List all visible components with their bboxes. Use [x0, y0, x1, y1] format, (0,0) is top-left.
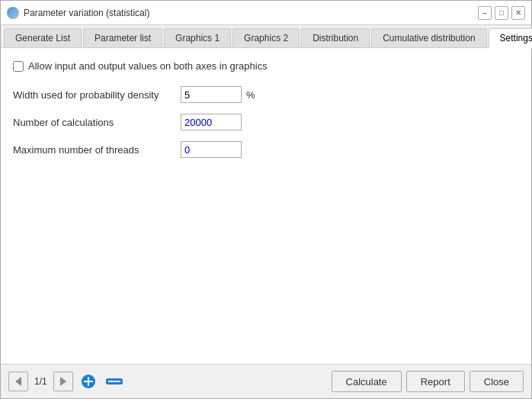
probability-density-row: Width used for probability density %	[13, 84, 519, 105]
arrow-right-icon	[60, 377, 66, 386]
main-window: Parameter variation (statistical) – □ ✕ …	[0, 0, 532, 399]
probability-density-label: Width used for probability density	[13, 89, 181, 101]
page-label: 1/1	[34, 376, 47, 387]
calculations-input[interactable]	[181, 114, 242, 130]
svg-rect-2	[84, 381, 93, 382]
probability-density-unit: %	[246, 89, 255, 101]
nav-forward-button[interactable]	[53, 372, 73, 391]
calculations-label: Number of calculations	[13, 117, 181, 128]
tab-distribution[interactable]: Distribution	[301, 28, 370, 47]
window-title: Parameter variation (statistical)	[24, 8, 478, 18]
app-icon	[7, 7, 19, 19]
calculations-row: Number of calculations	[13, 111, 519, 133]
tab-generate-list[interactable]: Generate List	[4, 28, 82, 47]
svg-rect-4	[108, 381, 120, 382]
add-button[interactable]	[78, 372, 99, 391]
threads-row: Maximum number of threads	[13, 139, 519, 160]
settings-panel: Allow input and output values on both ax…	[1, 48, 531, 364]
window-controls: – □ ✕	[478, 6, 525, 20]
probability-density-input[interactable]	[181, 86, 242, 103]
plus-icon	[81, 374, 96, 389]
tab-bar: Generate List Parameter list Graphics 1 …	[1, 25, 531, 48]
minimize-button[interactable]: –	[478, 6, 492, 20]
threads-label: Maximum number of threads	[13, 144, 181, 156]
tab-settings[interactable]: Settings	[489, 28, 532, 48]
tab-graphics-1[interactable]: Graphics 1	[164, 28, 231, 47]
title-bar: Parameter variation (statistical) – □ ✕	[1, 1, 531, 25]
close-window-button[interactable]: ✕	[511, 6, 525, 20]
maximize-button[interactable]: □	[495, 6, 508, 20]
axes-checkbox-label: Allow input and output values on both ax…	[28, 60, 268, 72]
minus-icon	[105, 376, 123, 387]
bottom-bar: 1/1 Calculate Report Close	[1, 364, 531, 398]
report-button[interactable]: Report	[406, 371, 465, 392]
tab-parameter-list[interactable]: Parameter list	[83, 28, 162, 47]
remove-button[interactable]	[104, 372, 125, 391]
calculate-button[interactable]: Calculate	[332, 371, 402, 392]
tab-graphics-2[interactable]: Graphics 2	[232, 28, 300, 47]
close-button[interactable]: Close	[470, 371, 524, 392]
arrow-left-icon	[15, 377, 21, 386]
axes-checkbox[interactable]	[13, 61, 24, 72]
checkbox-row: Allow input and output values on both ax…	[13, 60, 519, 72]
nav-back-button[interactable]	[8, 372, 28, 391]
tab-cumulative-distribution[interactable]: Cumulative distribution	[371, 28, 486, 47]
threads-input[interactable]	[181, 141, 242, 158]
